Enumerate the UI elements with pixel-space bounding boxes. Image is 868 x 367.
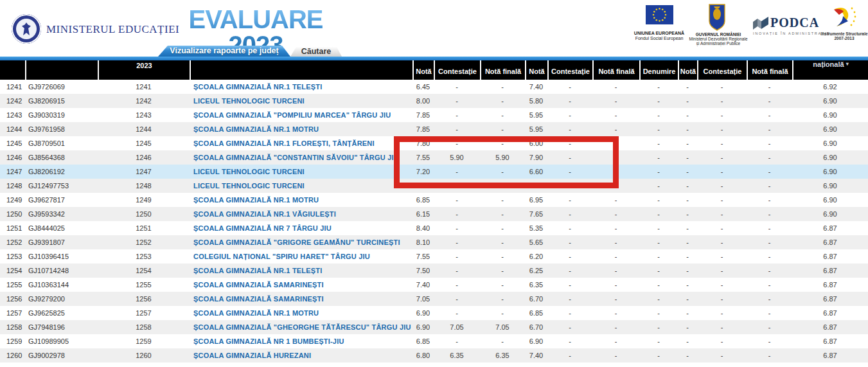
school-name-link[interactable]: COLEGIUL NAȚIONAL "SPIRU HARET" TÂRGU JI… [190,249,412,264]
school-name-link[interactable]: ȘCOALA GIMNAZIALĂ NR.1 FLOREȘTI, TÂNȚĂRE… [190,136,412,150]
header-contestatie-3[interactable]: Contestație [697,60,747,80]
school-name-link[interactable]: LICEUL TEHNOLOGIC TURCENI [190,179,412,193]
media-nationala-cell: 6.87 [792,334,868,348]
table-row[interactable]: 1257GJ96258251257ȘCOALA GIMNAZIALĂ NR.1 … [0,306,868,320]
contestatie-cell: - [697,150,747,165]
contestatie-cell: 7.05 [434,320,480,334]
contestatie-cell: - [697,108,747,122]
table-row[interactable]: 1260GJ90029781260ȘCOALA GIMNAZIALĂ HUREZ… [0,348,868,363]
denumire-cell: - [639,235,678,249]
nota-cell: 6.85 [525,306,547,320]
header-nota-1[interactable]: Notă [412,60,434,80]
contestatie-cell: - [547,80,592,94]
denumire-cell: - [639,348,678,363]
school-name-link[interactable]: ȘCOALA GIMNAZIALĂ "CONSTANTIN SĂVOIU" TÂ… [190,150,412,165]
header-nota-finala-1[interactable]: Notă finală [480,60,525,80]
denumire-cell: - [639,165,678,179]
school-name-link[interactable]: ȘCOALA GIMNAZIALĂ "GRIGORE GEAMĂNU" TURC… [190,235,412,249]
nota-cell: - [678,221,697,235]
nota-finala-cell: - [747,348,792,363]
school-code-cell: GJ9593342 [25,207,98,221]
school-name-link[interactable]: ȘCOALA GIMNAZIALĂ "POMPILIU MARCEA" TÂRG… [190,108,412,122]
header-nota-finala-2[interactable]: Notă finală [592,60,639,80]
header-media-nationala[interactable]: națională ▾ [792,60,868,80]
code-2023-cell: 1255 [98,278,190,292]
contestatie-cell: - [434,94,480,108]
school-name-link[interactable]: ȘCOALA GIMNAZIALĂ NR 1 BUMBEȘTI-JIU [190,334,412,348]
table-row[interactable]: 1249GJ96278171249ȘCOALA GIMNAZIALĂ NR.1 … [0,193,868,207]
contestatie-cell: - [434,207,480,221]
nota-finala-cell: - [747,278,792,292]
table-row[interactable]: 1242GJ82069151242LICEUL TEHNOLOGIC TURCE… [0,94,868,108]
nota-cell: - [678,94,697,108]
nota-finala-cell: - [747,150,792,165]
header-year[interactable]: 2023 [98,60,190,80]
nota-finala-cell: - [480,136,525,150]
nota-cell: 7.90 [525,150,547,165]
table-row[interactable]: 1244GJ97619581244ȘCOALA GIMNAZIALĂ NR.1 … [0,122,868,136]
nota-cell: 7.20 [412,165,434,179]
table-row[interactable]: 1247GJ82061921247LICEUL TEHNOLOGIC TURCE… [0,165,868,179]
contestatie-cell: - [697,221,747,235]
header-nota-2[interactable]: Notă [525,60,547,80]
table-row[interactable]: 1256GJ92792001256ȘCOALA GIMNAZIALĂ SAMAR… [0,292,868,306]
school-name-link[interactable]: ȘCOALA GIMNAZIALĂ NR 7 TÂRGU JIU [190,221,412,235]
contestatie-cell [547,179,592,193]
code-2023-cell: 1247 [98,165,190,179]
school-code-cell: GJ8564368 [25,150,98,165]
school-name-link[interactable]: ȘCOALA GIMNAZIALĂ NR.1 TELEȘTI [190,264,412,278]
tab-search[interactable]: Căutare [290,47,342,57]
nota-finala-cell: - [592,235,639,249]
media-nationala-cell: 6.90 [792,193,868,207]
government-seal-logo [12,14,41,44]
nota-cell: 5.65 [525,235,547,249]
table-row[interactable]: 1259GJ109899051259ȘCOALA GIMNAZIALĂ NR 1… [0,334,868,348]
denumire-cell: - [639,334,678,348]
nota-finala-cell: - [480,193,525,207]
instrumente-structurale-icon [830,4,857,33]
table-row[interactable]: 1250GJ95933421250ȘCOALA GIMNAZIALĂ NR.1 … [0,207,868,221]
table-row[interactable]: 1255GJ103631441255ȘCOALA GIMNAZIALĂ SAMA… [0,278,868,292]
table-row[interactable]: 1248GJ124977531248LICEUL TEHNOLOGIC TURC… [0,179,868,193]
school-name-link[interactable]: ȘCOALA GIMNAZIALĂ SAMARINEȘTI [190,278,412,292]
school-name-link[interactable]: ȘCOALA GIMNAZIALĂ NR.1 MOTRU [190,193,412,207]
table-row[interactable]: 1258GJ79481961258ȘCOALA GIMNAZIALĂ "GHEO… [0,320,868,334]
nota-cell: 8.00 [412,94,434,108]
nota-finala-cell: - [480,292,525,306]
school-name-link[interactable]: ȘCOALA GIMNAZIALĂ NR.1 VĂGIULEȘTI [190,207,412,221]
header-nota-3[interactable]: Notă [678,60,697,80]
table-row[interactable]: 1243GJ90303191243ȘCOALA GIMNAZIALĂ "POMP… [0,108,868,122]
school-name-link[interactable]: ȘCOALA GIMNAZIALĂ HUREZANI [190,348,412,363]
row-index-cell: 1253 [0,249,25,264]
table-row[interactable]: 1246GJ85643681246ȘCOALA GIMNAZIALĂ "CONS… [0,150,868,165]
school-name-link[interactable]: LICEUL TEHNOLOGIC TURCENI [190,165,412,179]
contestatie-cell: - [697,207,747,221]
school-name-link[interactable]: ȘCOALA GIMNAZIALĂ SAMARINEȘTI [190,292,412,306]
table-row[interactable]: 1241GJ97260691241ȘCOALA GIMNAZIALĂ NR.1 … [0,80,868,94]
code-2023-cell: 1253 [98,249,190,264]
tab-reports-by-county[interactable]: Vizualizare rapoarte pe județ [158,46,290,57]
school-name-link[interactable]: ȘCOALA GIMNAZIALĂ NR.1 MOTRU [190,306,412,320]
school-name-link[interactable]: ȘCOALA GIMNAZIALĂ NR.1 MOTRU [190,122,412,136]
code-2023-cell: 1258 [98,320,190,334]
school-name-link[interactable]: LICEUL TEHNOLOGIC TURCENI [190,94,412,108]
contestatie-cell: - [434,122,480,136]
nota-finala-cell: - [747,193,792,207]
table-row[interactable]: 1245GJ87095011245ȘCOALA GIMNAZIALĂ NR.1 … [0,136,868,150]
header-contestatie-1[interactable]: Contestație [434,60,480,80]
school-name-link[interactable]: ȘCOALA GIMNAZIALĂ NR.1 TELEȘTI [190,80,412,94]
school-name-link[interactable]: ȘCOALA GIMNAZIALĂ "GHEORGHE TĂTĂRESCU" T… [190,320,412,334]
media-nationala-cell: 6.87 [792,249,868,264]
table-row[interactable]: 1252GJ93918071252ȘCOALA GIMNAZIALĂ "GRIG… [0,235,868,249]
header-contestatie-2[interactable]: Contestație [547,60,592,80]
nota-cell: 6.60 [525,165,547,179]
header-denumire[interactable]: Denumire [639,60,678,80]
contestatie-cell: - [697,80,747,94]
contestatie-cell: - [697,179,747,193]
table-row[interactable]: 1253GJ103964151253COLEGIUL NAȚIONAL "SPI… [0,249,868,264]
table-row[interactable]: 1254GJ107142481254ȘCOALA GIMNAZIALĂ NR.1… [0,264,868,278]
header-nota-finala-3[interactable]: Notă finală [747,60,792,80]
nota-finala-cell: - [480,165,525,179]
row-index-cell: 1251 [0,221,25,235]
table-row[interactable]: 1251GJ84440251251ȘCOALA GIMNAZIALĂ NR 7 … [0,221,868,235]
